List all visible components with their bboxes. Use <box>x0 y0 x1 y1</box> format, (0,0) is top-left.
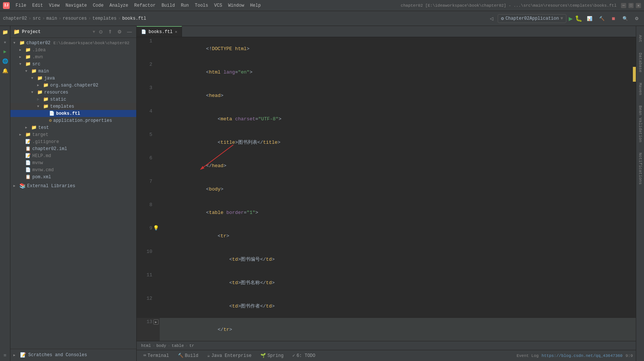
terminal-tab[interactable]: ⌨ Terminal <box>140 350 173 361</box>
menu-refactor[interactable]: Refactor <box>131 0 159 11</box>
tree-item-books-ftl[interactable]: 📄 books.ftl <box>10 110 136 117</box>
coverage-button[interactable]: 📊 <box>585 14 595 23</box>
search-button[interactable]: 🔍 <box>620 14 630 23</box>
locate-button[interactable]: ⊙ <box>97 28 104 35</box>
tree-item-idea[interactable]: ▶ 📁 .idea <box>10 46 136 53</box>
tree-item-java[interactable]: ▼ 📁 java <box>10 75 136 82</box>
favorites-icon[interactable]: ★ <box>1 38 9 46</box>
menu-file[interactable]: File <box>13 0 29 11</box>
bc-src[interactable]: src <box>33 16 41 21</box>
right-ant-label[interactable]: Ant <box>637 33 643 44</box>
run-button[interactable]: ▶ <box>569 14 573 23</box>
tree-item-main[interactable]: ▼ 📁 main <box>10 68 136 75</box>
menu-view[interactable]: View <box>46 0 63 11</box>
code-main[interactable]: 1 <!DOCTYPE html> 2 <html lang="en"> <box>137 37 636 341</box>
debug-button[interactable]: 🐛 <box>575 15 582 22</box>
toolbar-right: ◁ ⚙ Chapter02Application ▼ ▶ 🐛 📊 🔨 ⏹ 🔍 ⚙ <box>488 14 641 23</box>
tree-item-src[interactable]: ▼ 📁 src <box>10 61 136 68</box>
scratches-item[interactable]: ▶ 📝 Scratches and Consoles <box>13 351 133 360</box>
right-database-label[interactable]: Database <box>637 51 643 74</box>
project-icon[interactable]: 📁 <box>1 28 9 36</box>
code-line-2: 2 <html lang="en"> <box>137 61 636 84</box>
settings-button[interactable]: ⚙ <box>632 14 641 23</box>
left-sidebar: 📁 ★ ▶ 🌐 🔔 ≡ <box>0 26 10 361</box>
menu-build[interactable]: Build <box>159 0 178 11</box>
structure-icon[interactable]: ≡ <box>1 351 9 360</box>
code-line-7: 7 <body> <box>137 178 636 201</box>
navigate-back-button[interactable]: ◁ <box>488 14 495 23</box>
cursor-position: 9:9 <box>625 354 633 358</box>
code-line-4: 4 <meta charset="UTF-8"> <box>137 107 636 131</box>
run-icon[interactable]: ▶ <box>1 48 9 56</box>
stop-button[interactable]: ⏹ <box>609 14 618 23</box>
java-enterprise-tab[interactable]: ☕ Java Enterprise <box>204 350 255 361</box>
bc-table[interactable]: table <box>172 344 184 348</box>
build-tab[interactable]: 🔨 Build <box>174 350 202 361</box>
right-maven-label[interactable]: Maven <box>637 81 643 97</box>
bc-templates[interactable]: templates <box>92 16 117 21</box>
right-notifications-label[interactable]: Notifications <box>637 151 643 186</box>
todo-tab[interactable]: ✓ 6: TODO <box>289 350 319 361</box>
web-icon[interactable]: 🌐 <box>1 57 9 65</box>
menu-analyze[interactable]: Analyze <box>107 0 131 11</box>
code-table: 1 <!DOCTYPE html> 2 <html lang="en"> <box>137 37 636 341</box>
tree-item-gitignore[interactable]: 📝 .gitignore <box>10 138 136 145</box>
build-button[interactable]: 🔨 <box>597 14 607 23</box>
tree-item-mvnw[interactable]: 📄 mvnw <box>10 159 136 166</box>
tab-close-button[interactable]: ✕ <box>175 29 178 34</box>
tree-item-chapter02[interactable]: ▼ 📁 chapter02 E:\ideaworkspace\book\chap… <box>10 39 136 46</box>
code-line-10: 10 <td>图书编号</td> <box>137 248 636 271</box>
bc-resources[interactable]: resources <box>63 16 87 21</box>
tree-item-iml[interactable]: 📋 chapter02.iml <box>10 145 136 152</box>
tree-item-help[interactable]: 📝 HELP.md <box>10 152 136 159</box>
tree-item-mvn[interactable]: ▶ 📁 .mvn <box>10 53 136 61</box>
menu-help[interactable]: Help <box>247 0 264 11</box>
collapse-button[interactable]: ⇑ <box>107 28 114 35</box>
panel-minimize-button[interactable]: — <box>126 28 133 35</box>
bc-tr[interactable]: tr <box>189 344 194 348</box>
code-line-6: 6 </head> <box>137 154 636 178</box>
tree-item-test[interactable]: ▶ 📁 test <box>10 124 136 131</box>
bc-books-ftl[interactable]: books.ftl <box>122 16 146 21</box>
menu-vcs[interactable]: VCS <box>211 0 225 11</box>
spring-tab[interactable]: 🌱 Spring <box>257 350 287 361</box>
gear-icon[interactable]: ⚙ <box>116 28 123 35</box>
code-line-13: 13 ▶ </tr> <box>137 318 636 341</box>
menu-code[interactable]: Code <box>90 0 107 11</box>
tree-item-pom[interactable]: 📋 pom.xml <box>10 173 136 180</box>
bc-sep3: › <box>59 16 61 21</box>
run-config[interactable]: ⚙ Chapter02Application ▼ <box>498 14 566 23</box>
tree-item-app-properties[interactable]: ⚙ application.properties <box>10 117 136 124</box>
menu-edit[interactable]: Edit <box>29 0 46 11</box>
bc-body[interactable]: body <box>156 344 166 348</box>
scroll-marker <box>633 67 636 82</box>
project-footer: ▶ 📝 Scratches and Consoles <box>10 349 136 361</box>
bc-html[interactable]: html <box>141 344 151 348</box>
bc-sep1: › <box>29 16 31 21</box>
menu-tools[interactable]: Tools <box>192 0 211 11</box>
build-icon: 🔨 <box>178 353 183 358</box>
bc-main[interactable]: main <box>46 16 57 21</box>
notifications-icon[interactable]: 🔔 <box>1 67 9 75</box>
menu-run[interactable]: Run <box>178 0 192 11</box>
spring-icon: 🌱 <box>260 353 266 358</box>
tree-item-templates[interactable]: ▼ 📁 templates <box>10 103 136 110</box>
tree-item-external-libs[interactable]: ▶ 📚 External Libraries <box>10 182 136 190</box>
menu-navigate[interactable]: Navigate <box>62 0 90 11</box>
tree-item-resources[interactable]: ▼ 📁 resources <box>10 89 136 96</box>
tree-item-static[interactable]: ▷ 📁 static <box>10 96 136 103</box>
close-button[interactable]: ✕ <box>636 3 641 8</box>
tree-item-target[interactable]: ▶ 📁 target <box>10 131 136 138</box>
minimize-button[interactable]: — <box>621 3 626 8</box>
editor-tab-books-ftl[interactable]: 📄 books.ftl ✕ <box>137 26 182 37</box>
event-log[interactable]: Event Log <box>517 354 539 358</box>
menu-window[interactable]: Window <box>225 0 247 11</box>
right-bean-label[interactable]: Bean Validation <box>637 104 643 144</box>
tree-item-mvnw-cmd[interactable]: 📄 mvnw.cmd <box>10 166 136 173</box>
url-link[interactable]: https://blog.csdn.net/qq_43647360 <box>541 354 622 358</box>
maximize-button[interactable]: □ <box>628 3 634 8</box>
bc-chapter02[interactable]: chapter02 <box>3 16 27 21</box>
tree-item-org-sang[interactable]: ▶ 📁 org.sang.chapter02 <box>10 82 136 89</box>
code-line-1: 1 <!DOCTYPE html> <box>137 37 636 61</box>
code-line-3: 3 <head> <box>137 84 636 107</box>
